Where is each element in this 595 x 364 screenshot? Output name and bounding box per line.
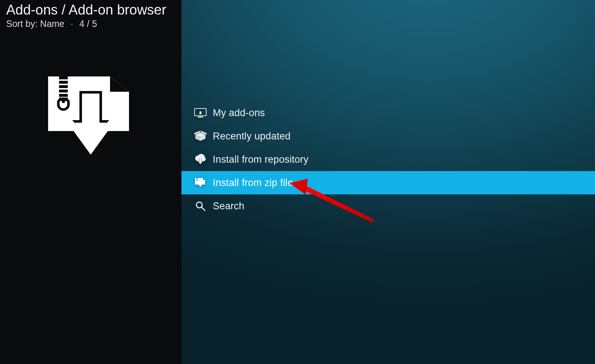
search-icon (188, 201, 213, 211)
sort-label: Sort by: Name (6, 19, 64, 29)
svg-rect-11 (198, 116, 203, 118)
menu-item-recently-updated[interactable]: Recently updated (181, 124, 595, 148)
open-box-icon (188, 130, 213, 142)
monitor-icon (188, 108, 213, 118)
menu-item-label: My add-ons (213, 107, 265, 119)
svg-rect-17 (196, 179, 198, 180)
svg-rect-13 (199, 113, 201, 114)
svg-rect-8 (82, 94, 99, 123)
menu-item-install-from-repository[interactable]: Install from repository (181, 148, 595, 171)
svg-point-12 (200, 111, 201, 113)
menu-item-install-from-zip[interactable]: Install from zip file (181, 171, 595, 194)
svg-rect-19 (199, 180, 201, 184)
zip-file-download-icon (48, 76, 129, 157)
svg-rect-4 (59, 94, 68, 97)
svg-rect-2 (59, 85, 68, 88)
svg-rect-1 (59, 81, 68, 84)
main-panel: My add-ons Recently updated (181, 0, 595, 364)
menu-item-label: Install from repository (213, 154, 309, 165)
menu-item-label: Search (213, 201, 244, 212)
svg-line-21 (201, 207, 205, 210)
cloud-download-icon (188, 154, 213, 165)
list-position: 4 / 5 (79, 19, 97, 29)
svg-rect-0 (59, 76, 68, 79)
svg-rect-16 (196, 178, 198, 179)
dot-separator: · (71, 19, 73, 29)
svg-rect-6 (62, 99, 65, 103)
svg-rect-15 (200, 158, 201, 162)
sort-line: Sort by: Name · 4 / 5 (0, 18, 181, 29)
menu-list: My add-ons Recently updated (181, 101, 595, 218)
zip-file-download-icon (188, 177, 213, 188)
side-panel: Add-ons / Add-on browser Sort by: Name ·… (0, 0, 181, 364)
svg-rect-3 (59, 90, 68, 92)
svg-rect-18 (196, 180, 198, 181)
selection-preview-icon (48, 76, 129, 157)
menu-item-my-addons[interactable]: My add-ons (181, 101, 595, 124)
menu-item-search[interactable]: Search (181, 194, 595, 218)
menu-item-label: Install from zip file (213, 177, 293, 189)
breadcrumb: Add-ons / Add-on browser (0, 0, 181, 18)
menu-item-label: Recently updated (213, 131, 290, 142)
